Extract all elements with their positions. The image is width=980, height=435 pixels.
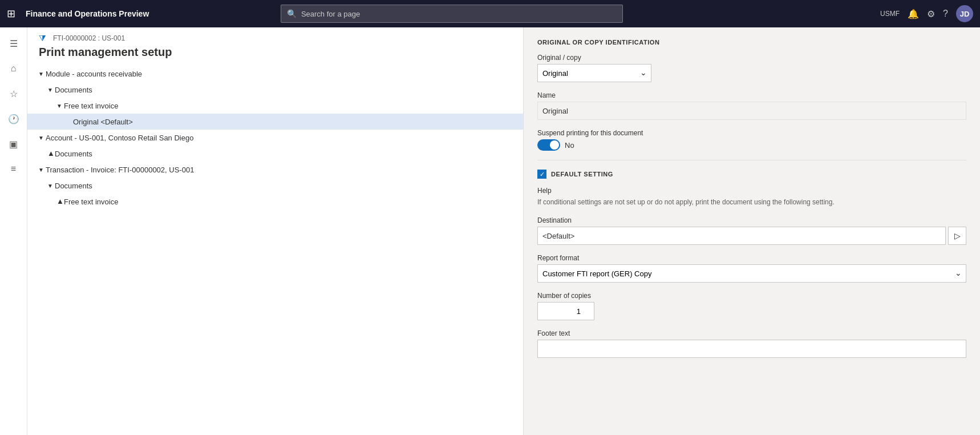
main-area: ⧩ FTI-00000002 : US-001 Print management… <box>27 27 980 435</box>
arrow-documents-3: ▼ <box>46 181 55 190</box>
destination-button[interactable]: ▷ <box>948 227 966 245</box>
tree-item-module[interactable]: ▼ Module - accounts receivable <box>27 66 523 82</box>
arrow-documents-1: ▼ <box>46 85 55 94</box>
original-copy-select[interactable]: Original Copy <box>537 64 651 82</box>
tree-label-original-default: Original <Default> <box>73 118 133 126</box>
filter-icon[interactable]: ⧩ <box>39 33 46 43</box>
divider-1 <box>537 160 966 160</box>
sidebar-recent-icon[interactable]: 🕐 <box>2 107 25 130</box>
form-group-suspend: Suspend printing for this document No <box>537 129 966 151</box>
notification-icon[interactable]: 🔔 <box>908 9 919 19</box>
sidebar-workspaces-icon[interactable]: ▣ <box>2 132 25 155</box>
sidebar-icons: ☰ ⌂ ☆ 🕐 ▣ ≡ <box>0 27 27 435</box>
settings-icon[interactable]: ⚙ <box>927 9 935 19</box>
search-bar[interactable]: 🔍 Search for a page <box>281 5 623 23</box>
num-copies-input[interactable] <box>537 302 594 320</box>
checkbox-section: DEFAULT SETTING <box>537 170 966 179</box>
app-title: Finance and Operations Preview <box>26 9 149 18</box>
form-group-report-format: Report format Customer FTI report (GER) … <box>537 254 966 283</box>
suspend-toggle[interactable] <box>537 139 560 151</box>
tree-item-free-text-invoice-1[interactable]: ▼ Free text invoice <box>27 98 523 114</box>
company-label: USMF <box>880 10 900 18</box>
name-label: Name <box>537 91 966 99</box>
suspend-label: Suspend printing for this document <box>537 129 966 137</box>
tree-label-documents-3: Documents <box>55 182 92 190</box>
arrow-transaction: ▼ <box>37 165 46 174</box>
footer-text-label: Footer text <box>537 329 966 337</box>
tree-label-account: Account - US-001, Contoso Retail San Die… <box>46 134 193 142</box>
sidebar-modules-icon[interactable]: ≡ <box>2 158 25 180</box>
breadcrumb: ⧩ FTI-00000002 : US-001 <box>27 27 523 45</box>
tree-item-documents-3[interactable]: ▼ Documents <box>27 178 523 194</box>
default-setting-title: DEFAULT SETTING <box>551 171 613 178</box>
toggle-row: No <box>537 139 966 151</box>
destination-row: <Default> ▷ <box>537 227 966 245</box>
form-group-num-copies: Number of copies <box>537 292 966 320</box>
form-group-original-copy: Original / copy Original Copy <box>537 54 966 82</box>
right-panel: ORIGINAL OR COPY IDENTIFICATION Original… <box>524 27 980 435</box>
tree-label-free-text-2: Free text invoice <box>64 198 118 206</box>
suspend-value: No <box>565 141 574 150</box>
arrow-account: ▼ <box>37 133 46 142</box>
top-navigation: ⊞ Finance and Operations Preview 🔍 Searc… <box>0 0 980 27</box>
help-label: Help <box>537 187 966 195</box>
tree-item-original-default[interactable]: ▼ Original <Default> <box>27 114 523 130</box>
tree-label-module: Module - accounts receivable <box>46 70 142 78</box>
sidebar-menu-icon[interactable]: ☰ <box>2 32 25 55</box>
default-setting-checkbox[interactable] <box>537 170 546 179</box>
tree-label-documents-1: Documents <box>55 86 92 94</box>
avatar[interactable]: JD <box>956 5 973 22</box>
report-format-select[interactable]: Customer FTI report (GER) Copy Customer … <box>537 264 966 283</box>
name-value: Original <box>537 102 966 120</box>
original-copy-label: Original / copy <box>537 54 966 62</box>
top-nav-right: USMF 🔔 ⚙ ? JD <box>880 5 973 22</box>
sidebar-favorites-icon[interactable]: ☆ <box>2 82 25 105</box>
help-icon[interactable]: ? <box>943 9 948 19</box>
tree-item-transaction[interactable]: ▼ Transaction - Invoice: FTI-00000002, U… <box>27 162 523 178</box>
form-group-help: Help If conditional settings are not set… <box>537 187 966 207</box>
section-original-title: ORIGINAL OR COPY IDENTIFICATION <box>537 39 966 46</box>
report-format-select-wrapper: Customer FTI report (GER) Copy Customer … <box>537 264 966 283</box>
tree-item-free-text-invoice-2[interactable]: ▶ Free text invoice <box>27 194 523 210</box>
destination-value: <Default> <box>537 227 946 245</box>
original-copy-select-wrapper: Original Copy <box>537 64 651 82</box>
arrow-module: ▼ <box>37 69 46 78</box>
main-layout: ☰ ⌂ ☆ 🕐 ▣ ≡ ⧩ FTI-00000002 : US-001 Prin… <box>0 27 980 435</box>
form-group-destination: Destination <Default> ▷ <box>537 216 966 245</box>
tree-panel: ⧩ FTI-00000002 : US-001 Print management… <box>27 27 524 435</box>
arrow-free-text-1: ▼ <box>55 101 64 110</box>
tree-label-documents-2: Documents <box>55 150 92 158</box>
search-icon: 🔍 <box>287 9 297 18</box>
arrow-documents-2: ▶ <box>46 149 55 158</box>
sidebar-home-icon[interactable]: ⌂ <box>2 57 25 80</box>
footer-text-input[interactable] <box>537 340 966 358</box>
tree-item-documents-2[interactable]: ▶ Documents <box>27 146 523 162</box>
page-title: Print management setup <box>27 45 523 66</box>
tree-container: ▼ Module - accounts receivable ▼ Documen… <box>27 66 523 210</box>
form-group-footer-text: Footer text <box>537 329 966 358</box>
tree-item-documents-1[interactable]: ▼ Documents <box>27 82 523 98</box>
destination-label: Destination <box>537 216 966 224</box>
report-format-label: Report format <box>537 254 966 262</box>
breadcrumb-text: FTI-00000002 : US-001 <box>53 34 125 42</box>
tree-label-free-text-1: Free text invoice <box>64 102 118 110</box>
arrow-free-text-2: ▶ <box>55 197 64 206</box>
tree-item-account[interactable]: ▼ Account - US-001, Contoso Retail San D… <box>27 130 523 146</box>
search-placeholder: Search for a page <box>301 10 360 18</box>
num-copies-label: Number of copies <box>537 292 966 300</box>
tree-label-transaction: Transaction - Invoice: FTI-00000002, US-… <box>46 166 194 174</box>
grid-icon[interactable]: ⊞ <box>7 7 15 20</box>
form-group-name: Name Original <box>537 91 966 120</box>
help-body: If conditional settings are not set up o… <box>537 197 966 207</box>
